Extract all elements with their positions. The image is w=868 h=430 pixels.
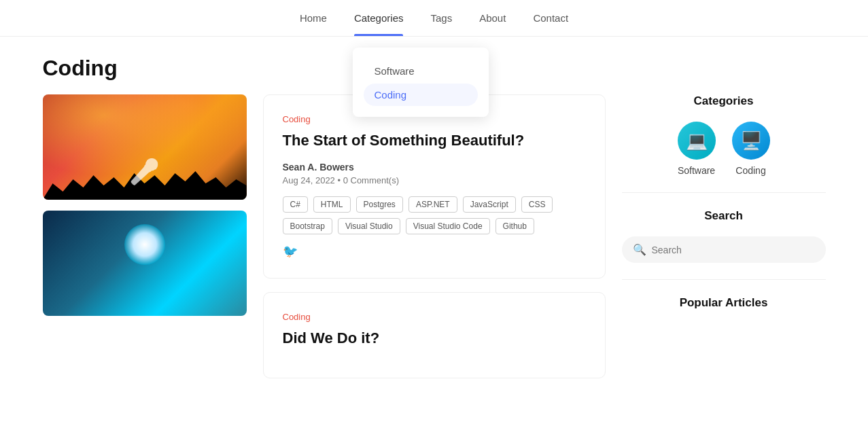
article-2-category: Coding <box>283 312 586 322</box>
categories-dropdown: Software Coding <box>353 48 489 117</box>
tag-github[interactable]: Github <box>496 218 534 234</box>
search-box: 🔍 <box>622 236 826 263</box>
coding-label: Coding <box>735 165 765 176</box>
sidebar-categories-title: Categories <box>622 94 826 108</box>
sidebar-popular-title: Popular Articles <box>622 296 826 310</box>
main-grid: Coding The Start of Something Beautiful?… <box>43 94 826 378</box>
sidebar-cat-software[interactable]: 💻 Software <box>678 122 716 176</box>
tag-csharp[interactable]: C# <box>283 196 308 213</box>
dropdown-item-software[interactable]: Software <box>353 58 489 84</box>
sidebar-categories-section: Categories 💻 Software 🖥️ Coding <box>622 94 826 193</box>
software-label: Software <box>678 165 715 176</box>
tag-postgres[interactable]: Postgres <box>356 196 403 213</box>
tag-javascript[interactable]: JavaScript <box>463 196 516 213</box>
search-icon: 🔍 <box>633 243 646 256</box>
right-sidebar: Categories 💻 Software 🖥️ Coding Search <box>622 94 826 310</box>
center-column: Coding The Start of Something Beautiful?… <box>263 94 606 378</box>
article-1-tags: C# HTML Postgres ASP.NET JavaScript CSS … <box>283 196 586 234</box>
tag-visualstudio[interactable]: Visual Studio <box>338 218 400 234</box>
article-2-title[interactable]: Did We Do it? <box>283 329 586 348</box>
nav-item-tags[interactable]: Tags <box>430 12 452 36</box>
nav-item-home[interactable]: Home <box>300 12 327 36</box>
sidebar-search-title: Search <box>622 209 826 223</box>
article-card-2: Coding Did We Do it? <box>263 292 606 379</box>
twitter-share-icon[interactable]: 🐦 <box>283 244 586 259</box>
article-1-title[interactable]: The Start of Something Beautiful? <box>283 131 586 151</box>
nav-item-about[interactable]: About <box>479 12 506 36</box>
article-card-1: Coding The Start of Something Beautiful?… <box>263 94 606 279</box>
nav-item-categories[interactable]: Categories <box>354 12 404 36</box>
article-image-concert[interactable] <box>43 94 247 200</box>
nav-item-contact[interactable]: Contact <box>533 12 568 36</box>
sidebar-search-section: Search 🔍 <box>622 209 826 280</box>
article-1-author: Sean A. Bowers <box>283 162 586 173</box>
left-column <box>43 94 247 316</box>
tag-css[interactable]: CSS <box>521 196 553 213</box>
search-input[interactable] <box>652 245 815 255</box>
article-1-meta: Aug 24, 2022 • 0 Comment(s) <box>283 175 586 185</box>
sidebar-popular-section: Popular Articles <box>622 296 826 310</box>
tag-vscode[interactable]: Visual Studio Code <box>406 218 490 234</box>
article-image-disco[interactable] <box>43 211 247 316</box>
tag-html[interactable]: HTML <box>313 196 351 213</box>
sidebar-categories-grid: 💻 Software 🖥️ Coding <box>622 122 826 176</box>
main-nav: Home Categories Tags About Contact Softw… <box>0 0 868 37</box>
tag-aspnet[interactable]: ASP.NET <box>409 196 457 213</box>
dropdown-item-coding[interactable]: Coding <box>364 84 478 106</box>
software-icon: 💻 <box>678 122 716 160</box>
sidebar-cat-coding[interactable]: 🖥️ Coding <box>732 122 770 176</box>
coding-icon: 🖥️ <box>732 122 770 160</box>
tag-bootstrap[interactable]: Bootstrap <box>283 218 332 234</box>
